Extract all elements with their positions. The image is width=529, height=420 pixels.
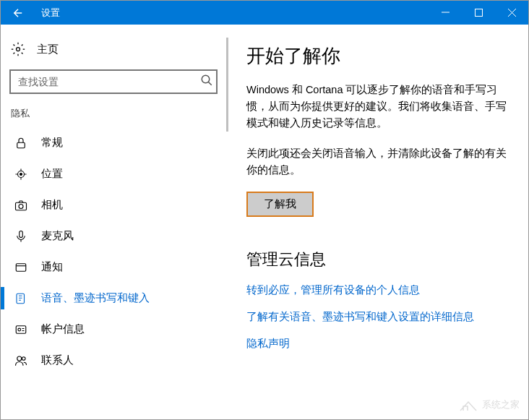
watermark-icon xyxy=(459,398,478,412)
sidebar-item-label: 帐户信息 xyxy=(41,322,85,336)
scrollbar[interactable] xyxy=(226,38,228,132)
microphone-icon xyxy=(14,230,28,243)
home-row[interactable]: 主页 xyxy=(8,36,219,67)
svg-point-14 xyxy=(22,356,26,360)
svg-point-7 xyxy=(19,204,23,208)
svg-rect-0 xyxy=(475,9,482,17)
back-button[interactable] xyxy=(1,1,35,25)
svg-point-12 xyxy=(18,328,21,331)
sidebar-item-camera[interactable]: 相机 xyxy=(8,189,219,220)
svg-point-5 xyxy=(20,173,22,175)
arrow-left-icon xyxy=(12,7,25,20)
sidebar-item-label: 麦克风 xyxy=(41,229,74,243)
minimize-icon xyxy=(442,9,450,17)
page-heading: 开始了解你 xyxy=(246,43,508,69)
link-privacy[interactable]: 隐私声明 xyxy=(246,337,508,351)
maximize-button[interactable] xyxy=(462,1,495,25)
speech-icon xyxy=(14,292,28,305)
sidebar-item-speech-inking-typing[interactable]: 语音、墨迹书写和键入 xyxy=(8,283,219,314)
svg-rect-3 xyxy=(17,142,25,148)
sidebar-item-account-info[interactable]: 帐户信息 xyxy=(8,314,219,345)
content-area: 主页 隐私 常规 位置 相机 麦克风 通知 语音、墨迹书写和键入 xyxy=(1,25,528,419)
sidebar-item-label: 通知 xyxy=(41,260,63,274)
sidebar-item-label: 常规 xyxy=(41,136,63,150)
search-wrap xyxy=(9,69,218,94)
sidebar-item-contacts[interactable]: 联系人 xyxy=(8,345,219,376)
sidebar-item-label: 联系人 xyxy=(41,353,74,367)
window-controls xyxy=(429,1,528,25)
camera-icon xyxy=(14,199,28,212)
notification-icon xyxy=(14,261,28,274)
link-bing[interactable]: 转到必应，管理所有设备的个人信息 xyxy=(246,283,508,297)
section-heading: 管理云信息 xyxy=(246,249,508,270)
svg-point-13 xyxy=(17,356,22,361)
search-input[interactable] xyxy=(9,69,218,94)
svg-rect-8 xyxy=(20,231,23,237)
svg-rect-6 xyxy=(16,202,27,210)
maximize-icon xyxy=(475,9,483,17)
sidebar-item-notifications[interactable]: 通知 xyxy=(8,252,219,283)
know-me-button[interactable]: 了解我 xyxy=(246,192,314,217)
link-learn-more[interactable]: 了解有关语音、墨迹书写和键入设置的详细信息 xyxy=(246,310,508,324)
location-icon xyxy=(14,168,28,181)
sidebar-item-general[interactable]: 常规 xyxy=(8,127,219,158)
minimize-button[interactable] xyxy=(429,1,462,25)
watermark: 系统之家 xyxy=(459,398,520,412)
description-2: 关闭此项还会关闭语音输入，并清除此设备了解的有关你的信息。 xyxy=(246,145,508,179)
sidebar-item-microphone[interactable]: 麦克风 xyxy=(8,220,219,252)
sidebar-item-label: 语音、墨迹书写和键入 xyxy=(41,291,150,305)
search-icon[interactable] xyxy=(200,74,213,90)
close-button[interactable] xyxy=(495,1,528,25)
sidebar-item-location[interactable]: 位置 xyxy=(8,158,219,189)
watermark-text: 系统之家 xyxy=(482,398,520,411)
sidebar: 主页 隐私 常规 位置 相机 麦克风 通知 语音、墨迹书写和键入 xyxy=(1,25,226,419)
section-label: 隐私 xyxy=(8,107,219,127)
svg-point-1 xyxy=(17,48,20,51)
titlebar: 设置 xyxy=(1,1,528,25)
svg-point-2 xyxy=(202,75,210,83)
window-title: 设置 xyxy=(41,7,60,20)
gear-icon xyxy=(11,42,25,56)
close-icon xyxy=(508,9,516,17)
description-1: Windows 和 Cortana 可以逐步了解你的语音和手写习惯，从而为你提供… xyxy=(246,82,508,132)
account-icon xyxy=(14,323,28,336)
svg-rect-10 xyxy=(17,293,25,304)
lock-icon xyxy=(14,137,28,150)
main-panel: 开始了解你 Windows 和 Cortana 可以逐步了解你的语音和手写习惯，… xyxy=(226,25,528,419)
sidebar-item-label: 位置 xyxy=(41,167,63,181)
svg-rect-9 xyxy=(16,263,26,271)
sidebar-item-label: 相机 xyxy=(41,198,63,212)
home-label: 主页 xyxy=(37,43,59,56)
contacts-icon xyxy=(14,354,28,367)
